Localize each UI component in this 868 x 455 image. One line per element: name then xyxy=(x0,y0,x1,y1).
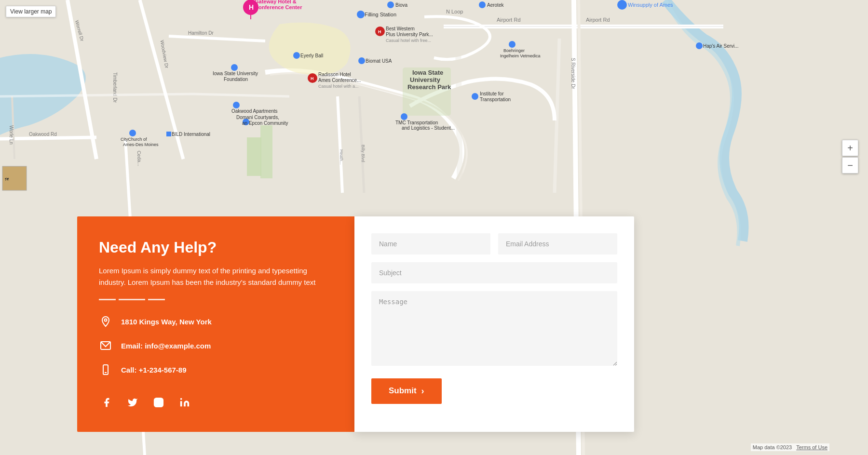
subject-row xyxy=(371,262,617,283)
contact-info-panel: Need Any Help? Lorem Ipsum is simply dum… xyxy=(77,216,354,432)
svg-text:Oakwood Rd: Oakwood Rd xyxy=(29,132,57,137)
divider-decoration xyxy=(99,299,330,300)
svg-text:Filling Station: Filling Station xyxy=(365,12,396,17)
svg-rect-14 xyxy=(247,137,261,176)
svg-text:Iowa State University: Iowa State University xyxy=(213,71,258,76)
svg-point-37 xyxy=(472,93,478,100)
svg-text:Hamilton Dr: Hamilton Dr xyxy=(188,30,214,36)
svg-rect-96 xyxy=(180,401,182,406)
svg-text:H: H xyxy=(378,29,381,34)
address-text: 1810 Kings Way, New York xyxy=(121,318,212,326)
svg-text:Plus University Park...: Plus University Park... xyxy=(386,32,433,37)
svg-text:Worle Ln: Worle Ln xyxy=(9,125,14,145)
svg-text:H: H xyxy=(249,3,254,11)
svg-point-83 xyxy=(696,42,703,49)
svg-text:Domani Courtyards,: Domani Courtyards, xyxy=(236,115,279,120)
svg-text:🗺: 🗺 xyxy=(5,177,9,182)
svg-text:Gateway Hotel &: Gateway Hotel & xyxy=(255,0,297,4)
svg-text:Boehringer: Boehringer xyxy=(503,48,525,53)
svg-text:Institute for: Institute for xyxy=(480,91,504,96)
svg-point-77 xyxy=(401,113,407,120)
email-text: Email: info@example.com xyxy=(121,342,211,350)
submit-arrow-icon: › xyxy=(421,386,424,396)
zoom-out-button[interactable]: − xyxy=(842,157,858,174)
svg-text:Transportation: Transportation xyxy=(480,97,511,102)
message-textarea[interactable] xyxy=(371,291,617,366)
address-item: 1810 Kings Way, New York xyxy=(99,315,330,328)
contact-form-panel: Submit › xyxy=(354,216,634,432)
svg-point-44 xyxy=(617,0,627,10)
svg-text:CityChurch of: CityChurch of xyxy=(121,137,147,142)
svg-text:Ceda...: Ceda... xyxy=(136,150,142,166)
phone-item: Call: +1-234-567-89 xyxy=(99,363,330,376)
svg-text:Hap's Air Servi...: Hap's Air Servi... xyxy=(703,43,739,49)
svg-text:Best Western: Best Western xyxy=(386,26,415,31)
svg-text:Oakwood Apartments: Oakwood Apartments xyxy=(231,108,278,114)
svg-rect-72 xyxy=(130,131,135,135)
svg-point-97 xyxy=(180,398,182,400)
svg-text:Timberland Dr: Timberland Dr xyxy=(112,72,118,103)
svg-text:TMC Transportation: TMC Transportation xyxy=(395,120,438,125)
terms-of-use-link[interactable]: Terms of Use xyxy=(796,444,827,450)
svg-text:Airport Rd: Airport Rd xyxy=(497,17,521,23)
svg-point-22 xyxy=(357,11,365,18)
zoom-in-button[interactable]: + xyxy=(842,140,858,156)
svg-rect-75 xyxy=(166,132,171,136)
svg-point-40 xyxy=(387,1,394,8)
svg-point-59 xyxy=(231,64,238,71)
name-email-row xyxy=(371,233,617,254)
svg-text:Eyerly Ball: Eyerly Ball xyxy=(300,53,323,58)
svg-text:Biova: Biova xyxy=(395,2,407,8)
map-attribution: Map data ©2023 Terms of Use xyxy=(751,443,829,451)
svg-point-42 xyxy=(479,1,486,8)
phone-text: Call: +1-234-567-89 xyxy=(121,366,187,374)
subject-input[interactable] xyxy=(371,262,617,283)
name-input[interactable] xyxy=(371,233,490,254)
location-icon xyxy=(99,315,112,328)
facebook-icon[interactable] xyxy=(99,395,114,410)
svg-text:Ingelheim Vetmedica: Ingelheim Vetmedica xyxy=(500,54,541,58)
overlay-container: Need Any Help? Lorem Ipsum is simply dum… xyxy=(77,216,634,432)
svg-text:N Loop: N Loop xyxy=(446,9,463,14)
svg-text:Research Park: Research Park xyxy=(407,83,451,91)
svg-point-64 xyxy=(358,57,365,64)
svg-text:Casual hotel with free...: Casual hotel with free... xyxy=(386,38,431,43)
email-item: Email: info@example.com xyxy=(99,339,330,352)
svg-text:and Logistics - Student...: and Logistics - Student... xyxy=(402,125,455,131)
svg-text:Foundation: Foundation xyxy=(224,77,248,82)
svg-text:Winsupply of Ames: Winsupply of Ames xyxy=(628,2,673,8)
svg-point-66 xyxy=(233,102,240,108)
svg-text:S Riverside Dr: S Riverside Dr xyxy=(570,58,576,89)
linkedin-icon[interactable] xyxy=(177,395,192,410)
svg-text:H: H xyxy=(311,76,314,81)
map-controls: + − xyxy=(842,140,858,174)
svg-text:Casual hotel with a...: Casual hotel with a... xyxy=(318,84,359,89)
twitter-icon[interactable] xyxy=(125,395,140,410)
view-larger-map-link[interactable]: View larger map xyxy=(6,6,56,17)
svg-text:Heath...: Heath... xyxy=(339,149,344,165)
svg-text:an Epcon Community: an Epcon Community xyxy=(242,120,288,126)
submit-label: Submit xyxy=(389,386,417,396)
svg-text:Aerotek: Aerotek xyxy=(487,2,504,8)
svg-text:Conference Center: Conference Center xyxy=(255,4,302,10)
svg-text:Ames-Des Moines: Ames-Des Moines xyxy=(123,142,159,147)
phone-icon xyxy=(99,363,112,376)
instagram-icon[interactable] xyxy=(151,395,166,410)
panel-description: Lorem Ipsum is simply dummy text of the … xyxy=(99,265,330,288)
svg-text:Billy Blvd: Billy Blvd xyxy=(361,145,366,162)
svg-text:BILD International: BILD International xyxy=(172,132,210,137)
email-icon xyxy=(99,339,112,352)
svg-text:University: University xyxy=(410,76,441,83)
email-input[interactable] xyxy=(498,233,617,254)
svg-point-80 xyxy=(509,41,515,48)
svg-point-62 xyxy=(293,52,300,59)
social-icons xyxy=(99,391,330,410)
svg-text:Biomat USA: Biomat USA xyxy=(366,58,392,64)
submit-button[interactable]: Submit › xyxy=(371,378,442,404)
svg-text:Airport Rd: Airport Rd xyxy=(586,17,610,23)
svg-text:Radisson Hotel: Radisson Hotel xyxy=(318,72,351,77)
panel-heading: Need Any Help? xyxy=(99,238,330,256)
svg-text:Ames Conference...: Ames Conference... xyxy=(318,78,361,83)
svg-text:Iowa State: Iowa State xyxy=(412,69,443,76)
svg-rect-15 xyxy=(260,125,272,178)
